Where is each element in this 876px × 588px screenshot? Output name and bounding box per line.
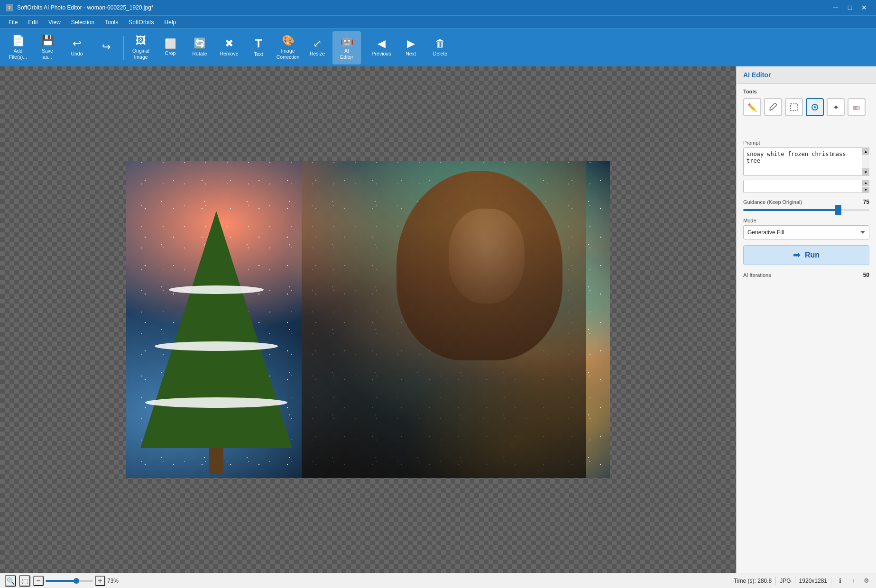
info-icon[interactable]: ℹ [835,576,845,586]
share-icon[interactable]: ↑ [848,576,858,586]
undo-button[interactable]: ↩ Undo [63,31,91,64]
previous-button[interactable]: ◀ Previous [367,31,396,64]
original-image-button[interactable]: 🖼 OriginalImage [127,31,155,64]
prompt-section: Prompt snowy white frozen christmass tre… [737,135,876,283]
mode-select[interactable]: Generative Fill Inpainting Outpainting [743,225,869,239]
rotate-icon: 🔄 [194,38,206,49]
rotate-button[interactable]: 🔄 Rotate [185,31,214,64]
remove-icon: ✖ [225,38,233,49]
prompt-secondary-scrollbar: ▲ ▼ [862,180,869,193]
format-display: JPG [780,578,791,584]
eraser-tool[interactable] [848,98,866,116]
guidance-row: Guidance (Keep Original) 75 [743,199,869,205]
ai-editor-icon: 🤖 [341,36,353,46]
redo-button[interactable]: ↪ [92,31,120,64]
tree-snow-layer-3 [145,397,287,408]
menu-file[interactable]: File [4,17,22,28]
tools-row: ✏️ ✦ [743,98,869,116]
delete-icon: 🗑 [435,38,445,49]
text-button[interactable]: T Text [244,31,273,64]
maximize-button[interactable]: □ [844,2,856,13]
svg-point-2 [814,106,816,108]
resize-button[interactable]: ⤢ Resize [303,31,332,64]
undo-icon: ↩ [73,38,81,49]
tree-trunk [209,446,223,474]
time-display: Time (s): 280.8 [734,578,772,584]
guidance-value: 75 [863,199,869,205]
crop-button[interactable]: ⬜ Crop [156,31,184,64]
save-button[interactable]: 💾 Saveas... [33,31,62,64]
zoom-slider-thumb[interactable] [74,578,79,584]
status-right: Time (s): 280.8 JPG 1920x1281 ℹ ↑ ⚙ [734,576,871,586]
scroll-up-btn-2[interactable]: ▲ [862,180,869,186]
pencil-tool[interactable]: ✏️ [743,98,761,116]
image-correction-icon: 🎨 [282,36,295,46]
save-icon: 💾 [41,36,54,46]
scroll-down-btn[interactable]: ▼ [862,168,869,176]
run-button[interactable]: ➡ Run [743,245,869,265]
image-correction-button[interactable]: 🎨 ImageCorrection [274,31,302,64]
ai-iterations-value: 50 [863,272,869,278]
svg-rect-0 [791,104,797,110]
status-divider-3 [831,577,831,585]
magic-wand-tool[interactable]: ✦ [827,98,845,116]
resize-icon: ⤢ [313,38,322,49]
main-content: AI Editor Tools ✏️ ✦ [0,66,876,573]
prompt-scrollbar: ▲ ▼ [862,147,869,176]
previous-icon: ◀ [378,38,386,49]
delete-button[interactable]: 🗑 Delete [426,31,454,64]
prompt-secondary-input[interactable] [743,180,869,193]
settings-icon[interactable]: ⚙ [862,576,871,586]
guidance-label: Guidance (Keep Original) [743,199,802,205]
tree-snow-layer-2 [155,341,278,351]
lasso-tool[interactable] [806,98,824,116]
tools-label: Tools [743,89,869,94]
zoom-select-button[interactable]: ⬚ [19,575,30,587]
minimize-button[interactable]: ─ [830,2,842,13]
run-arrow-icon: ➡ [793,250,800,260]
zoom-out-button[interactable]: − [33,576,44,586]
iterations-row: AI Iterations 50 [743,272,869,278]
guidance-slider-thumb[interactable] [835,205,841,215]
dimensions-display: 1920x1281 [799,578,827,584]
ai-editor-button[interactable]: 🤖 AIEditor [332,31,361,64]
rect-select-tool[interactable] [785,98,803,116]
crop-icon: ⬜ [165,39,176,48]
christmas-tree [140,199,292,474]
text-icon: T [255,38,262,49]
original-image-icon: 🖼 [136,36,146,46]
menu-help[interactable]: Help [160,17,181,28]
brush-tool[interactable] [764,98,782,116]
status-bar: 🔍 ⬚ − + 73% Time (s): 280.8 JPG 1920x128… [0,573,876,588]
next-button[interactable]: ▶ Next [397,31,425,64]
menu-bar: File Edit View Selection Tools SoftOrbit… [0,15,876,28]
close-button[interactable]: ✕ [858,2,870,13]
scroll-up-btn[interactable]: ▲ [862,147,869,155]
menu-tools[interactable]: Tools [100,17,123,28]
toolbar-sep-1 [123,36,124,60]
tree-body [140,211,292,448]
menu-view[interactable]: View [44,17,65,28]
next-icon: ▶ [407,38,415,49]
menu-softorbits[interactable]: SoftOrbits [124,17,158,28]
zoom-slider[interactable] [46,580,93,582]
zoom-level: 73% [107,578,124,584]
scroll-down-btn-2[interactable]: ▼ [862,187,869,193]
window-controls: ─ □ ✕ [830,2,870,13]
right-panel: AI Editor Tools ✏️ ✦ [736,66,876,573]
run-label: Run [805,251,820,259]
add-file-button[interactable]: 📄 AddFile(s)... [4,31,32,64]
zoom-fit-button[interactable]: 🔍 [5,575,16,587]
menu-edit[interactable]: Edit [23,17,43,28]
remove-button[interactable]: ✖ Remove [215,31,243,64]
canvas-area[interactable] [0,66,736,573]
menu-selection[interactable]: Selection [66,17,99,28]
guidance-slider[interactable] [743,209,869,211]
prompt-textarea[interactable]: snowy white frozen christmass tree [743,147,869,176]
mode-label: Mode [743,218,869,223]
photo-canvas [126,161,610,478]
ai-iterations-label: AI Iterations [743,272,771,278]
zoom-in-button[interactable]: + [95,576,105,586]
zoom-slider-fill [46,580,76,582]
title-bar: 🎨 SoftOrbits AI Photo Editor - woman-600… [0,0,876,15]
